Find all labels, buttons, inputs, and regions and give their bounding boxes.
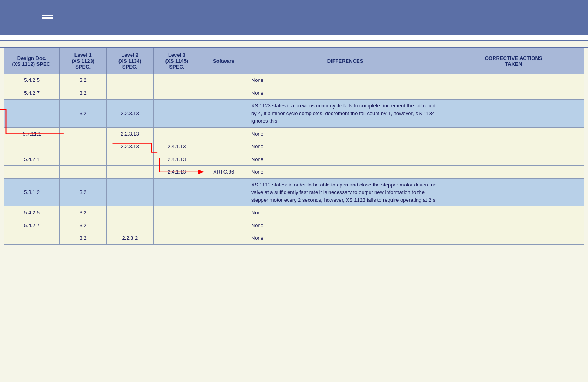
cell-row2-col1 — [4, 100, 60, 128]
cell-row5-col2 — [60, 153, 107, 166]
table-row: 5.4.2.73.2None — [4, 87, 584, 100]
table-row: 5.4.2.73.2None — [4, 219, 584, 232]
col-header-3: Level 2(XS 1134)SPEC. — [107, 48, 154, 74]
table-row: 3.22.2.3.13XS 1123 states if a previous … — [4, 100, 584, 128]
cell-row10-col3: 2.2.3.2 — [107, 232, 154, 245]
main-table: Design Doc.(XS 1112) SPEC. Level 1(XS 11… — [4, 48, 584, 245]
cell-row5-col6: None — [247, 153, 443, 166]
cell-row3-col4 — [153, 127, 200, 140]
cell-row8-col6: None — [247, 206, 443, 219]
project-row — [0, 40, 588, 48]
cell-row0-col3 — [107, 74, 154, 87]
cell-row1-col5 — [200, 87, 247, 100]
cell-row3-col3: 2.2.3.13 — [107, 127, 154, 140]
cell-row8-col2: 3.2 — [60, 206, 107, 219]
cell-row0-col4 — [153, 74, 200, 87]
cell-row5-col1: 5.4.2.1 — [4, 153, 60, 166]
table-row: 5.4.2.12.4.1.13None — [4, 153, 584, 166]
cell-row7-col1: 5.3.1.2 — [4, 178, 60, 206]
cell-row4-col3: 2.2.3.13 — [107, 140, 154, 153]
cell-row1-col7 — [443, 87, 584, 100]
cell-row7-col7 — [443, 178, 584, 206]
table-row: 3.22.2.3.2None — [4, 232, 584, 245]
cell-row1-col4 — [153, 87, 200, 100]
cell-row8-col4 — [153, 206, 200, 219]
cell-row5-col5 — [200, 153, 247, 166]
cell-row4-col5 — [200, 140, 247, 153]
cell-row6-col7 — [443, 166, 584, 179]
cell-row9-col7 — [443, 219, 584, 232]
cell-row4-col6: None — [247, 140, 443, 153]
cell-row3-col6: None — [247, 127, 443, 140]
cell-row4-col1 — [4, 140, 60, 153]
table-header-row: Design Doc.(XS 1112) SPEC. Level 1(XS 11… — [4, 48, 584, 74]
cell-row8-col7 — [443, 206, 584, 219]
cell-row6-col6: None — [247, 166, 443, 179]
col-header-7: CORRECTIVE ACTIONSTAKEN — [443, 48, 584, 74]
cell-row3-col2 — [60, 127, 107, 140]
cell-row4-col4: 2.4.1.13 — [153, 140, 200, 153]
cell-row2-col4 — [153, 100, 200, 128]
cell-row5-col4: 2.4.1.13 — [153, 153, 200, 166]
cell-row10-col6: None — [247, 232, 443, 245]
cell-row4-col2 — [60, 140, 107, 153]
cell-row5-col7 — [443, 153, 584, 166]
cell-row0-col7 — [443, 74, 584, 87]
cell-row2-col3: 2.2.3.13 — [107, 100, 154, 128]
cell-row10-col1 — [4, 232, 60, 245]
cell-row9-col2: 3.2 — [60, 219, 107, 232]
cell-row8-col5 — [200, 206, 247, 219]
cell-row5-col3 — [107, 153, 154, 166]
cell-row7-col6: XS 1112 states: in order to be able to o… — [247, 178, 443, 206]
header-separator — [0, 35, 588, 40]
cell-row3-col5 — [200, 127, 247, 140]
table-row: 5.3.1.23.2XS 1112 states: in order to be… — [4, 178, 584, 206]
cell-row7-col3 — [107, 178, 154, 206]
cell-row8-col3 — [107, 206, 154, 219]
table-wrapper: Design Doc.(XS 1112) SPEC. Level 1(XS 11… — [0, 48, 588, 253]
cell-row6-col4: 2.4.1.13 — [153, 166, 200, 179]
table-row: 2.2.3.132.4.1.13None — [4, 140, 584, 153]
cell-row1-col2: 3.2 — [60, 87, 107, 100]
col-header-5: Software — [200, 48, 247, 74]
cell-row0-col5 — [200, 74, 247, 87]
cell-row9-col6: None — [247, 219, 443, 232]
cell-row6-col2 — [60, 166, 107, 179]
header-center — [86, 17, 580, 18]
cell-row3-col1: 5.7.11.1 — [4, 127, 60, 140]
cell-row2-col7 — [443, 100, 584, 128]
col-header-1: Design Doc.(XS 1112) SPEC. — [4, 48, 60, 74]
cell-row1-col3 — [107, 87, 154, 100]
cell-row3-col7 — [443, 127, 584, 140]
table-row: 2.4.1.13XRTC.86None — [4, 166, 584, 179]
cell-row10-col4 — [153, 232, 200, 245]
cell-row0-col1: 5.4.2.5 — [4, 74, 60, 87]
cell-row8-col1: 5.4.2.5 — [4, 206, 60, 219]
table-container: Design Doc.(XS 1112) SPEC. Level 1(XS 11… — [4, 48, 584, 245]
cell-row7-col2: 3.2 — [60, 178, 107, 206]
cell-row2-col6: XS 1123 states if a previous minor cycle… — [247, 100, 443, 128]
col-header-2: Level 1(XS 1123)SPEC. — [60, 48, 107, 74]
cell-row7-col5 — [200, 178, 247, 206]
cell-row2-col2: 3.2 — [60, 100, 107, 128]
cell-row0-col6: None — [247, 74, 443, 87]
cell-row6-col3 — [107, 166, 154, 179]
cell-row10-col5 — [200, 232, 247, 245]
page-header — [0, 0, 588, 35]
cell-row10-col2: 3.2 — [60, 232, 107, 245]
cell-row6-col1 — [4, 166, 60, 179]
col-header-6: DIFFERENCES — [247, 48, 443, 74]
cell-row6-col5: XRTC.86 — [200, 166, 247, 179]
cell-row9-col4 — [153, 219, 200, 232]
cell-row1-col1: 5.4.2.7 — [4, 87, 60, 100]
cell-row7-col4 — [153, 178, 200, 206]
cell-row9-col1: 5.4.2.7 — [4, 219, 60, 232]
cell-row0-col2: 3.2 — [60, 74, 107, 87]
cell-row4-col7 — [443, 140, 584, 153]
cell-row9-col5 — [200, 219, 247, 232]
logo-area — [8, 15, 86, 20]
cell-row10-col7 — [443, 232, 584, 245]
table-row: 5.4.2.53.2None — [4, 206, 584, 219]
table-row: 5.4.2.53.2None — [4, 74, 584, 87]
table-row: 5.7.11.12.2.3.13None — [4, 127, 584, 140]
